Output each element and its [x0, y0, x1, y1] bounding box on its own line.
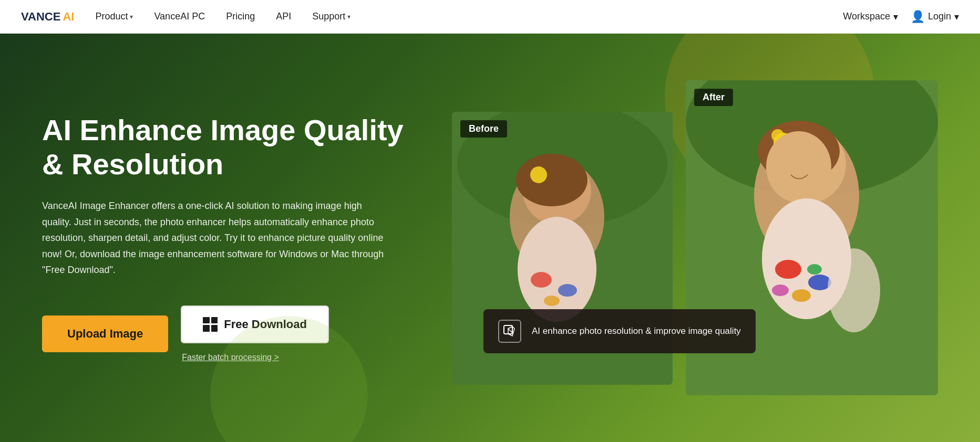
- nav-item-product[interactable]: Product ▾: [95, 9, 133, 24]
- win-sq-3: [203, 325, 210, 332]
- nav-right: Workspace ▾ 👤 Login ▾: [843, 10, 959, 24]
- product-chevron-icon: ▾: [130, 13, 133, 20]
- svg-point-7: [531, 272, 552, 288]
- enhance-icon: [498, 320, 521, 343]
- win-sq-2: [211, 317, 218, 324]
- svg-point-24: [828, 248, 880, 332]
- hero-section: AI Enhance Image Quality & Resolution Va…: [0, 34, 980, 442]
- svg-point-4: [516, 154, 587, 206]
- free-download-button[interactable]: Free Download: [181, 306, 329, 343]
- svg-point-21: [792, 289, 811, 302]
- nav-item-api[interactable]: API: [276, 9, 291, 24]
- nav-item-support[interactable]: Support ▾: [312, 9, 350, 24]
- svg-point-17: [766, 131, 831, 203]
- before-label: Before: [460, 120, 507, 138]
- svg-line-26: [508, 329, 512, 333]
- account-icon: 👤: [911, 10, 925, 24]
- workspace-chevron-icon: ▾: [893, 11, 898, 23]
- tooltip-text: AI enhance photo resolution & improve im…: [532, 325, 741, 338]
- nav-item-vanceai-pc[interactable]: VanceAI PC: [154, 9, 205, 24]
- tooltip-overlay: AI enhance photo resolution & improve im…: [483, 309, 756, 353]
- svg-point-22: [807, 264, 822, 275]
- nav-item-pricing[interactable]: Pricing: [226, 9, 255, 24]
- login-chevron-icon: ▾: [954, 11, 959, 23]
- windows-icon: [203, 317, 218, 332]
- hero-buttons: Upload Image Free Download Faster batch …: [42, 306, 420, 362]
- hero-image-area: Before: [452, 80, 938, 395]
- svg-point-19: [775, 260, 801, 279]
- logo[interactable]: VANCEAI: [21, 10, 74, 24]
- hero-content: AI Enhance Image Quality & Resolution Va…: [42, 113, 452, 362]
- after-label: After: [694, 89, 733, 106]
- svg-point-6: [518, 217, 596, 322]
- hero-description: VanceAI Image Enhancer offers a one-clic…: [42, 198, 389, 278]
- login-button[interactable]: 👤 Login ▾: [911, 10, 959, 24]
- logo-vance: VANCE: [21, 10, 60, 24]
- logo-ai: AI: [63, 10, 74, 24]
- navbar: VANCEAI Product ▾ VanceAI PC Pricing API…: [0, 0, 980, 34]
- support-chevron-icon: ▾: [347, 13, 350, 20]
- win-sq-4: [211, 325, 218, 332]
- nav-left: VANCEAI Product ▾ VanceAI PC Pricing API…: [21, 9, 350, 24]
- win-sq-1: [203, 317, 210, 324]
- faster-batch-link[interactable]: Faster batch processing >: [182, 353, 329, 362]
- enhance-svg: [503, 324, 517, 338]
- upload-image-button[interactable]: Upload Image: [42, 315, 168, 352]
- workspace-button[interactable]: Workspace ▾: [843, 11, 898, 23]
- svg-point-5: [530, 166, 547, 183]
- hero-title: AI Enhance Image Quality & Resolution: [42, 113, 420, 181]
- svg-point-9: [544, 296, 560, 306]
- svg-point-8: [558, 284, 577, 297]
- svg-point-23: [772, 285, 789, 296]
